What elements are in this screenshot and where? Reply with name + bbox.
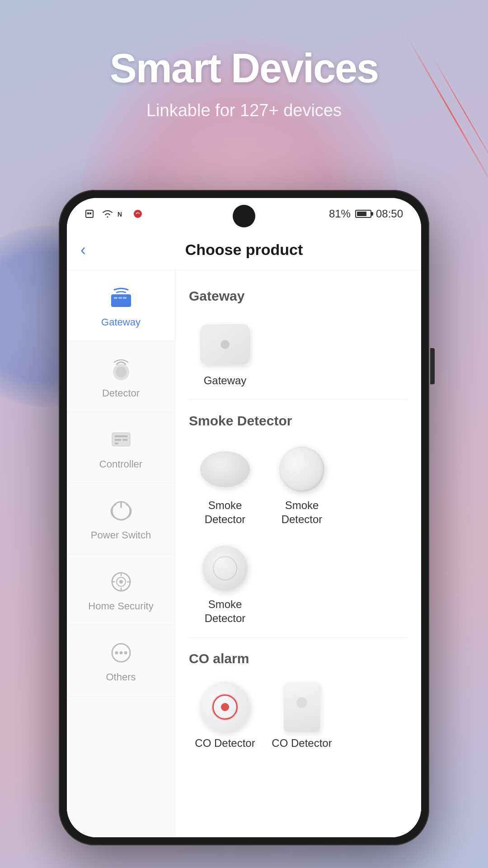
back-button[interactable]: ‹ — [80, 241, 86, 259]
others-icon — [107, 638, 136, 667]
svg-rect-12 — [115, 435, 127, 437]
svg-rect-6 — [114, 297, 117, 299]
smoke-detector-2[interactable]: Smoke Detector — [266, 439, 338, 533]
smoke-detector-2-label: Smoke Detector — [270, 498, 333, 526]
co-detector-round-icon — [200, 682, 250, 732]
gateway-section-header: Gateway — [189, 279, 408, 315]
svg-rect-13 — [115, 439, 121, 441]
main-layout: Gateway — [67, 270, 421, 837]
nfc-icon: N — [117, 209, 129, 218]
status-bar: N 81% 08:50 — [67, 198, 421, 230]
svg-point-22 — [119, 651, 122, 654]
svg-point-10 — [116, 367, 127, 377]
hero-section: Smart Devices Linkable for 127+ devices — [0, 45, 488, 120]
wifi-icon — [101, 209, 114, 219]
co-alarm-section-header: CO alarm — [189, 642, 408, 677]
divider-1 — [189, 399, 408, 400]
phone-frame: N 81% 08:50 — [59, 190, 429, 845]
svg-rect-2 — [89, 212, 91, 214]
sidebar-item-detector[interactable]: Detector — [67, 341, 175, 412]
status-bar-left: N — [85, 209, 143, 219]
battery-fill — [357, 212, 366, 216]
co-detector-2-label: CO Detector — [272, 736, 332, 750]
sidebar-item-power-switch[interactable]: Power Switch — [67, 483, 175, 554]
svg-point-4 — [134, 210, 142, 218]
detector-icon — [107, 354, 136, 383]
hero-subtitle: Linkable for 127+ devices — [0, 101, 488, 120]
signal-icon — [133, 209, 143, 219]
battery-icon — [355, 210, 371, 218]
gateway-device-icon — [200, 324, 250, 365]
sidebar-home-security-label: Home Security — [88, 600, 153, 612]
svg-rect-8 — [123, 297, 127, 299]
co-detector-2-image — [275, 684, 329, 730]
smoke-detector-3[interactable]: Smoke Detector — [189, 538, 261, 632]
app-header: ‹ Choose product — [67, 230, 421, 270]
smoke-detector-3-icon — [202, 546, 248, 591]
sidebar-detector-label: Detector — [102, 387, 140, 399]
co-alarm-products-grid: CO Detector CO Detector — [189, 677, 408, 757]
hero-title: Smart Devices — [0, 45, 488, 92]
status-bar-right: 81% 08:50 — [329, 208, 403, 220]
sidebar-others-label: Others — [106, 671, 136, 683]
phone-outer: N 81% 08:50 — [59, 190, 429, 845]
phone-screen: N 81% 08:50 — [67, 198, 421, 837]
co-detector-tall-icon — [284, 682, 320, 732]
gateway-product-label: Gateway — [204, 373, 247, 387]
smoke-detector-2-image — [275, 447, 329, 492]
sidebar-controller-label: Controller — [99, 458, 142, 470]
smoke-detector-section-header: Smoke Detector — [189, 404, 408, 439]
smoke-detector-1-label: Smoke Detector — [193, 498, 257, 526]
svg-point-21 — [115, 651, 118, 654]
svg-rect-14 — [122, 439, 127, 441]
power-switch-icon — [107, 496, 136, 525]
app-content: ‹ Choose product — [67, 230, 421, 837]
sidebar-power-switch-label: Power Switch — [91, 529, 151, 541]
svg-rect-15 — [115, 443, 118, 444]
sidebar-gateway-label: Gateway — [101, 316, 141, 328]
smoke-detector-1[interactable]: Smoke Detector — [189, 439, 261, 533]
co-detector-2[interactable]: CO Detector — [266, 677, 338, 757]
smoke-detector-1-image — [198, 447, 252, 492]
smoke-detector-3-label: Smoke Detector — [193, 597, 257, 625]
svg-point-23 — [124, 651, 127, 654]
page-title: Choose product — [185, 241, 303, 259]
co-detector-1-label: CO Detector — [195, 736, 255, 750]
battery-body — [355, 210, 371, 218]
svg-rect-7 — [118, 297, 122, 299]
svg-rect-5 — [111, 294, 131, 307]
smoke-detector-round-icon — [279, 447, 324, 492]
svg-rect-1 — [87, 212, 89, 214]
gateway-product-image — [198, 322, 252, 367]
divider-2 — [189, 637, 408, 637]
sidebar-item-others[interactable]: Others — [67, 625, 175, 696]
controller-icon — [107, 425, 136, 454]
sim-icon — [85, 209, 98, 218]
clock: 08:50 — [376, 208, 403, 220]
sidebar-item-home-security[interactable]: Home Security — [67, 554, 175, 625]
svg-text:N: N — [117, 211, 122, 218]
smoke-detector-flat-icon — [200, 451, 250, 487]
gateway-product[interactable]: Gateway — [189, 315, 261, 395]
svg-point-19 — [119, 580, 123, 584]
smoke-detector-3-image — [198, 546, 252, 591]
sidebar-item-controller[interactable]: Controller — [67, 412, 175, 483]
smoke-detector-products-grid: Smoke Detector Smoke Detector — [189, 439, 408, 632]
gateway-icon — [107, 283, 136, 312]
home-security-icon — [107, 567, 136, 596]
sidebar-item-gateway[interactable]: Gateway — [67, 270, 175, 341]
sidebar: Gateway — [67, 270, 175, 837]
gateway-products-grid: Gateway — [189, 315, 408, 395]
co-detector-1[interactable]: CO Detector — [189, 677, 261, 757]
battery-percent: 81% — [329, 208, 351, 220]
co-detector-1-image — [198, 684, 252, 730]
camera-notch — [233, 205, 255, 227]
content-area: Gateway Gateway Smoke Detector — [175, 270, 421, 837]
